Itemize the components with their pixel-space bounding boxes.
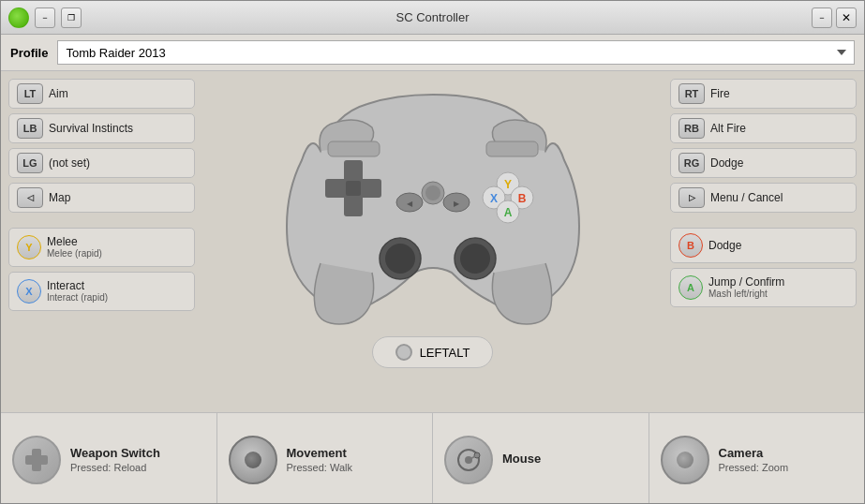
y-badge: Y [17, 235, 41, 259]
a-badge: A [679, 275, 703, 300]
map-badge: ◁ [17, 187, 43, 208]
rt-label: Fire [710, 87, 730, 100]
lt-label: Aim [49, 87, 68, 100]
minimize-button[interactable]: − [35, 7, 55, 28]
rb-button-row[interactable]: RB Alt Fire [670, 113, 857, 143]
movement-item[interactable]: Movement Pressed: Walk [217, 413, 434, 504]
lt-button-row[interactable]: LT Aim [8, 79, 195, 109]
leftalt-label: LEFTALT [420, 346, 470, 360]
svg-text:▶: ▶ [454, 200, 460, 208]
svg-rect-24 [25, 455, 48, 465]
weapon-switch-item[interactable]: Weapon Switch Pressed: Reload [1, 413, 217, 504]
weapon-switch-text: Weapon Switch Pressed: Reload [70, 446, 160, 473]
weapon-switch-icon [12, 436, 61, 484]
rg-label: Dodge [710, 156, 743, 170]
profile-select[interactable]: Tomb Raider 2013 [57, 40, 855, 65]
window-close-button[interactable]: ✕ [836, 7, 857, 28]
map-button-row[interactable]: ◁ Map [8, 183, 195, 213]
window-title: SC Controller [395, 10, 469, 24]
lg-button-row[interactable]: LG (not set) [8, 148, 195, 178]
right-panel: RT Fire RB Alt Fire RG Dodge ▷ Menu / Ca… [663, 71, 864, 412]
melee-label: MeleeMelee (rapid) [47, 235, 102, 259]
title-bar-left: − ❐ [8, 7, 82, 28]
leftalt-button[interactable]: LEFTALT [372, 336, 494, 368]
mouse-svg [455, 446, 483, 474]
rb-badge: RB [679, 118, 705, 139]
svg-text:X: X [489, 192, 497, 205]
rg-badge: RG [679, 153, 705, 173]
lb-badge: LB [17, 118, 43, 139]
lg-label: (not set) [49, 156, 90, 170]
svg-text:Y: Y [503, 178, 511, 191]
restore-button[interactable]: ❐ [61, 7, 82, 28]
b-label: Dodge [708, 239, 741, 252]
movement-name: Movement [287, 446, 353, 460]
leftalt-icon [395, 344, 412, 361]
menu-button-row[interactable]: ▷ Menu / Cancel [670, 183, 857, 213]
mouse-item[interactable]: Mouse [433, 413, 649, 504]
svg-rect-1 [486, 141, 538, 156]
svg-point-8 [460, 244, 490, 274]
svg-point-14 [425, 185, 440, 200]
close-traffic-light[interactable] [8, 7, 29, 28]
main-content: LT Aim LB Survival Instincts LG (not set… [1, 71, 864, 504]
rt-badge: RT [679, 83, 705, 104]
center-area: LT Aim LB Survival Instincts LG (not set… [1, 71, 864, 412]
map-label: Map [49, 191, 70, 204]
rb-label: Alt Fire [710, 122, 746, 135]
svg-point-27 [474, 452, 480, 458]
camera-text: Camera Pressed: Zoom [719, 446, 789, 473]
x-badge: X [17, 279, 41, 304]
movement-sub: Pressed: Walk [287, 462, 353, 473]
a-jump-row[interactable]: A Jump / ConfirmMash left/right [670, 268, 857, 307]
camera-name: Camera [719, 446, 789, 460]
movement-text: Movement Pressed: Walk [287, 446, 353, 473]
left-panel: LT Aim LB Survival Instincts LG (not set… [1, 71, 202, 412]
lb-button-row[interactable]: LB Survival Instincts [8, 113, 195, 143]
weapon-switch-sub: Pressed: Reload [70, 462, 160, 473]
camera-stick-nub [677, 452, 693, 468]
svg-text:A: A [503, 206, 512, 219]
mouse-name: Mouse [502, 452, 541, 466]
movement-icon [229, 436, 277, 484]
movement-stick-nub [245, 452, 261, 468]
menu-label: Menu / Cancel [710, 191, 783, 204]
profile-label: Profile [10, 46, 48, 60]
camera-icon [661, 436, 709, 484]
melee-button-row[interactable]: Y MeleeMelee (rapid) [8, 228, 195, 267]
weapon-switch-name: Weapon Switch [70, 446, 160, 460]
rg-button-row[interactable]: RG Dodge [670, 148, 857, 178]
b-dodge-row[interactable]: B Dodge [670, 228, 857, 263]
a-label: Jump / ConfirmMash left/right [708, 275, 784, 300]
lg-badge: LG [17, 153, 43, 173]
camera-sub: Pressed: Zoom [719, 462, 789, 473]
bottom-strip: Weapon Switch Pressed: Reload Movement P… [1, 412, 864, 504]
minimize-right-button[interactable]: − [812, 7, 832, 28]
svg-point-6 [385, 244, 415, 274]
camera-item[interactable]: Camera Pressed: Zoom [649, 413, 865, 504]
mouse-icon [444, 436, 493, 484]
rt-button-row[interactable]: RT Fire [670, 79, 857, 109]
controller-svg: ◀ ▶ Y X B A [264, 76, 602, 329]
svg-rect-4 [346, 181, 361, 196]
svg-text:B: B [517, 192, 526, 205]
svg-text:◀: ◀ [407, 200, 413, 208]
svg-rect-0 [328, 141, 380, 156]
title-bar-right: − ✕ [812, 7, 857, 28]
lb-label: Survival Instincts [49, 122, 133, 135]
menu-badge: ▷ [679, 187, 705, 208]
title-bar: − ❐ SC Controller − ✕ [1, 1, 864, 35]
b-badge: B [679, 233, 703, 258]
profile-bar: Profile Tomb Raider 2013 [1, 35, 864, 71]
mouse-text: Mouse [502, 452, 541, 467]
interact-button-row[interactable]: X InteractInteract (rapid) [8, 272, 195, 311]
lt-badge: LT [17, 83, 43, 104]
interact-label: InteractInteract (rapid) [47, 279, 108, 304]
dpad-icon-svg [23, 447, 50, 473]
controller-area: ◀ ▶ Y X B A [202, 71, 663, 412]
